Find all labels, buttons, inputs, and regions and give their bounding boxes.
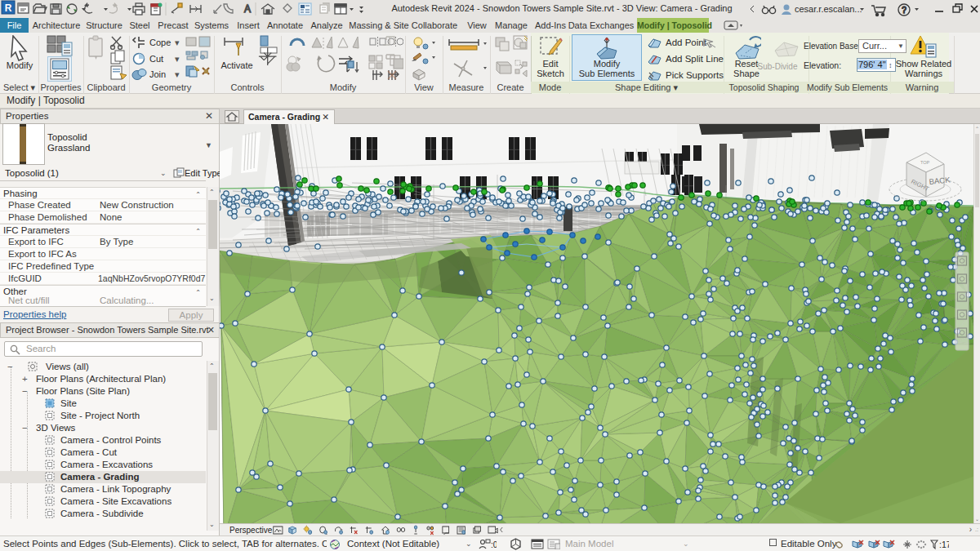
svg-text:R: R — [5, 2, 12, 14]
svg-text::17: :17 — [939, 540, 949, 549]
svg-text:TOP: TOP — [920, 160, 930, 165]
svg-text::0: :0 — [491, 540, 497, 549]
